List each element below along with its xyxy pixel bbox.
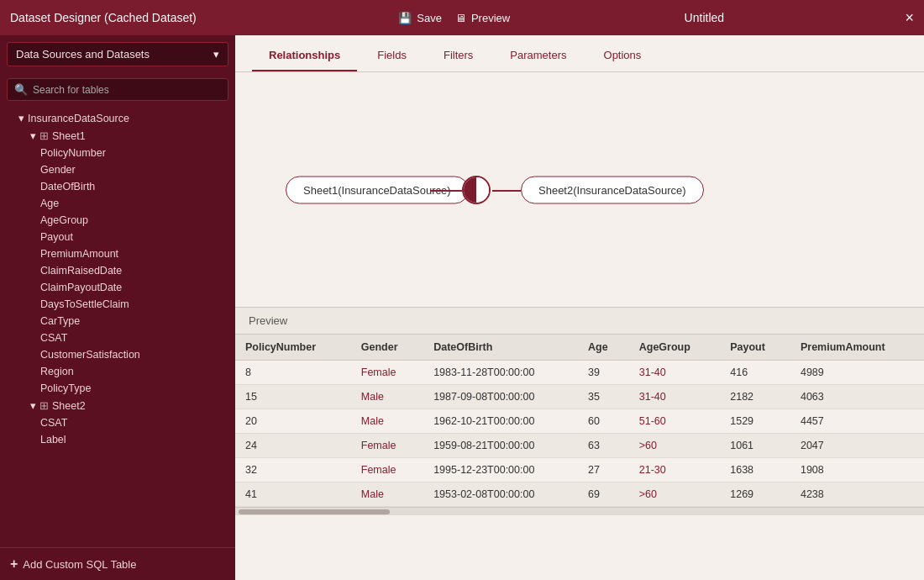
tree-field-claimraiseddate[interactable]: ClaimRaisedDate — [0, 262, 235, 279]
tree-item-label: Sheet2 — [52, 400, 86, 412]
table-cell: Female — [351, 434, 423, 458]
table-cell: 51-60 — [629, 409, 721, 434]
table-cell: Male — [351, 409, 423, 434]
table-row: 24Female1959-08-21T00:00:0063>6010612047 — [235, 434, 924, 458]
table-cell: 31-40 — [629, 385, 721, 409]
tree-field-dateofbirth[interactable]: DateOfBirth — [0, 178, 235, 195]
table-cell: 1983-11-28T00:00:00 — [423, 361, 578, 385]
table-cell: 1269 — [720, 482, 790, 507]
save-icon: 💾 — [398, 12, 412, 24]
tree-item-label: Region — [40, 366, 74, 377]
tree-item-label: CSAT — [40, 332, 67, 344]
search-icon: 🔍 — [14, 83, 28, 96]
tree-item-label: Gender — [40, 164, 76, 176]
tree-field-payout[interactable]: Payout — [0, 229, 235, 245]
table-cell: 1953-02-08T00:00:00 — [423, 482, 578, 507]
tree-field-customersatisfaction[interactable]: CustomerSatisfaction — [0, 346, 235, 363]
table-cell: 69 — [578, 482, 629, 507]
sidebar: Data Sources and Datasets ▾ 🔍 ▾ Insuranc… — [0, 35, 235, 580]
tab-options[interactable]: Options — [587, 40, 659, 71]
scrollbar-thumb[interactable] — [239, 509, 390, 514]
datasource-dropdown[interactable]: Data Sources and Datasets ▾ — [7, 42, 228, 66]
col-header-payout: Payout — [720, 335, 790, 361]
caret-icon: ▾ — [18, 112, 24, 124]
table-cell: 1908 — [790, 458, 924, 482]
tree-item-label: CSAT — [40, 417, 67, 429]
tree-field-policytype[interactable]: PolicyType — [0, 380, 235, 397]
table-cell: >60 — [629, 482, 721, 507]
rel-line-right — [492, 190, 521, 192]
tree-field-daystosettleclaim[interactable]: DaysToSettleClaim — [0, 296, 235, 313]
col-header-premiumamount: PremiumAmount — [790, 335, 924, 361]
tree-field-agegroup[interactable]: AgeGroup — [0, 212, 235, 229]
tree-item-label: Age — [40, 198, 59, 209]
tree-item-label: AgeGroup — [40, 214, 88, 226]
table-cell: 60 — [578, 409, 629, 434]
table-cell: 31-40 — [629, 361, 721, 385]
title-bar: Dataset Designer (Cached Dataset) 💾 Save… — [0, 0, 924, 35]
tree-field-policynumber[interactable]: PolicyNumber — [0, 145, 235, 161]
rel-join-icon[interactable] — [462, 176, 491, 204]
tree-field-premiumamount[interactable]: PremiumAmount — [0, 245, 235, 262]
tree-item-label: DaysToSettleClaim — [40, 298, 129, 310]
table-row: 32Female1995-12-23T00:00:002721-30163819… — [235, 458, 924, 482]
tree-item-label: Payout — [40, 231, 73, 243]
tree-sheet1[interactable]: ▾ ⊞ Sheet1 — [0, 127, 235, 145]
caret-icon: ▾ — [30, 129, 36, 142]
tab-fields[interactable]: Fields — [360, 40, 423, 71]
tab-relationships[interactable]: Relationships — [252, 40, 357, 71]
plus-icon: + — [10, 556, 18, 572]
rel-line-left — [430, 190, 462, 192]
tab-parameters[interactable]: Parameters — [493, 40, 583, 71]
preview-icon: 🖥 — [455, 12, 466, 24]
table-cell: 27 — [578, 458, 629, 482]
table-cell: 4238 — [790, 482, 924, 507]
document-title: Untitled — [510, 11, 898, 24]
table-row: 15Male1987-09-08T00:00:003531-4021824063 — [235, 385, 924, 409]
table-cell: 39 — [578, 361, 629, 385]
tree-item-label: Label — [40, 434, 66, 446]
tree-field-cartype[interactable]: CarType — [0, 313, 235, 330]
tree-field-claimpayoutdate[interactable]: ClaimPayoutDate — [0, 279, 235, 296]
rel-node-sheet2[interactable]: Sheet2(InsuranceDataSource) — [521, 176, 704, 203]
tree-item-label: CarType — [40, 315, 80, 327]
table-cell: 1987-09-08T00:00:00 — [423, 385, 578, 409]
col-header-agegroup: AgeGroup — [629, 335, 721, 361]
add-custom-sql-button[interactable]: + Add Custom SQL Table — [0, 547, 235, 580]
tab-filters[interactable]: Filters — [427, 40, 490, 71]
tree-field-age[interactable]: Age — [0, 195, 235, 212]
tree-field-gender[interactable]: Gender — [0, 161, 235, 178]
horizontal-scrollbar[interactable] — [235, 507, 924, 515]
table-cell: 8 — [235, 361, 351, 385]
preview-button[interactable]: 🖥 Preview — [455, 12, 510, 24]
preview-table: PolicyNumber Gender DateOfBirth Age AgeG… — [235, 335, 924, 507]
tabs-bar: Relationships Fields Filters Parameters … — [235, 35, 924, 72]
relationship-canvas: Sheet1(InsuranceDataSource) Sheet2(Insur… — [235, 72, 924, 307]
table-cell: 32 — [235, 458, 351, 482]
search-input[interactable] — [33, 84, 221, 96]
tree-field-region[interactable]: Region — [0, 363, 235, 380]
tree-datasource[interactable]: ▾ InsuranceDataSource — [0, 109, 235, 127]
close-button[interactable]: × — [905, 9, 914, 27]
tree-field-csat2[interactable]: CSAT — [0, 414, 235, 431]
tree-item-label: ClaimRaisedDate — [40, 265, 122, 277]
diagram-area: Sheet1(InsuranceDataSource) Sheet2(Insur… — [235, 72, 924, 308]
table-cell: Male — [351, 385, 423, 409]
table-cell: 1061 — [720, 434, 790, 458]
tree-item-label: PremiumAmount — [40, 248, 118, 260]
table-cell: Male — [351, 482, 423, 507]
tree-item-label: PolicyType — [40, 382, 91, 394]
table-cell: 24 — [235, 434, 351, 458]
table-cell: 35 — [578, 385, 629, 409]
tree-sheet2[interactable]: ▾ ⊞ Sheet2 — [0, 397, 235, 414]
tree-field-csat[interactable]: CSAT — [0, 330, 235, 346]
table-cell: 2182 — [720, 385, 790, 409]
table-cell: 21-30 — [629, 458, 721, 482]
table-cell: 15 — [235, 385, 351, 409]
col-header-age: Age — [578, 335, 629, 361]
tree-field-label[interactable]: Label — [0, 431, 235, 448]
save-button[interactable]: 💾 Save — [398, 12, 442, 24]
title-bar-actions: 💾 Save 🖥 Preview — [398, 12, 510, 24]
table-cell: 41 — [235, 482, 351, 507]
preview-label: Preview — [235, 308, 924, 335]
